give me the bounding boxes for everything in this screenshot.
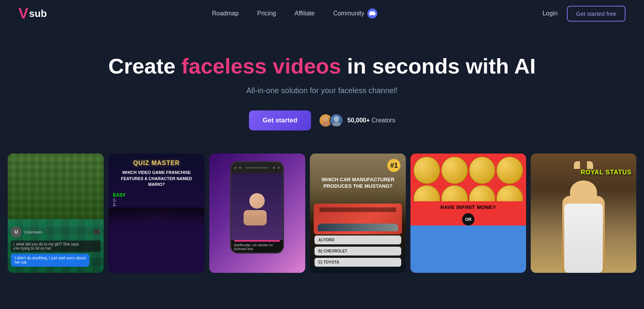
- gallery-card-cat: ROYAL STATUS: [531, 154, 636, 273]
- cat-figure: [531, 154, 636, 273]
- phone-bar-top: [245, 167, 269, 169]
- get-started-free-button[interactable]: Get started free: [567, 6, 626, 22]
- coin-4: [496, 157, 523, 184]
- car-content: #1 WHICH CAR MANUFACTURER PRODUCES THE M…: [310, 154, 406, 273]
- minecraft-top: [8, 154, 104, 219]
- or-circle: OR: [462, 213, 474, 225]
- svg-point-1: [322, 122, 330, 126]
- car-answer-b: B) CHEVROLET: [314, 247, 401, 256]
- phone-dot-3: [273, 167, 275, 169]
- avatar-group: [319, 114, 343, 127]
- nav-roadmap[interactable]: Roadmap: [212, 10, 239, 17]
- hero-title-suffix: in seconds with AI: [341, 54, 536, 78]
- coin-grid: [410, 154, 526, 201]
- creators-count: 50,000+: [347, 117, 370, 124]
- gallery-card-quiz: QUIZ MASTER WHICH VIDEO GAME FRANCHISE F…: [108, 154, 204, 273]
- creators-info: 50,000+ Creators: [319, 114, 395, 127]
- cat-dress: [564, 204, 603, 273]
- coin-8: [496, 185, 523, 201]
- discord-icon: [367, 8, 377, 18]
- gallery-card-money: HAVE INFINIT MONEY OR: [410, 154, 526, 273]
- money-or-divider: OR: [410, 213, 526, 225]
- get-started-button[interactable]: Get started: [249, 110, 311, 130]
- chat-bubble-2: I didn't do anything, I just said sorry …: [11, 254, 89, 267]
- facecam-content: Stiefbruder, Ich stocke Im Schrank fest.: [209, 154, 305, 273]
- gallery-card-minecraft: U Unknown› i, what did you do to my girl…: [8, 154, 104, 273]
- hero-section: Create faceless videos in seconds with A…: [0, 27, 644, 154]
- phone-screen: [231, 173, 283, 240]
- money-label: HAVE INFINIT MONEY: [410, 201, 526, 213]
- coin-2: [441, 157, 468, 184]
- quiz-question: WHICH VIDEO GAME FRANCHISE FEATURES A CH…: [113, 170, 200, 187]
- nav-affiliate[interactable]: Affiliate: [294, 10, 314, 17]
- phone-dot-1: [234, 167, 237, 169]
- car-answer-c: C) TOYOTA: [314, 258, 401, 267]
- video-gallery: U Unknown› i, what did you do to my girl…: [0, 154, 644, 273]
- chat-username: Unknown›: [24, 230, 43, 234]
- avatar-2: [330, 114, 343, 127]
- coin-3: [469, 157, 496, 184]
- svg-rect-4: [94, 230, 100, 234]
- nav-pricing[interactable]: Pricing: [257, 10, 276, 17]
- coin-5: [414, 185, 440, 201]
- phone-header: [231, 162, 283, 173]
- cat-body: [562, 196, 605, 273]
- cat-content: ROYAL STATUS: [531, 154, 636, 273]
- cat-ear-left: [574, 161, 580, 169]
- quiz-title: QUIZ MASTER: [113, 160, 200, 167]
- person-figure: [244, 193, 271, 220]
- nav-links: Roadmap Pricing Affiliate Community: [212, 8, 377, 18]
- navbar: V sub Roadmap Pricing Affiliate Communit…: [0, 0, 644, 27]
- phone-dot-2: [239, 167, 241, 169]
- person-head: [249, 193, 265, 209]
- quiz-background: [108, 207, 204, 273]
- phone-dot-4: [277, 167, 280, 169]
- chat-overlay: U Unknown› i, what did you do to my girl…: [11, 227, 101, 267]
- chat-bubble-1: i, what did you do to my girl? She saysu…: [11, 241, 101, 252]
- person-body: [244, 210, 267, 225]
- logo-sub: sub: [29, 8, 47, 20]
- coin-6: [441, 185, 468, 201]
- nav-community[interactable]: Community: [333, 8, 377, 18]
- car-answer-a: A) FORD: [314, 236, 401, 244]
- car-answers: A) FORD B) CHEVROLET C) TOYOTA: [314, 236, 401, 267]
- hero-subtitle: All-in-one solution for your faceless ch…: [8, 86, 636, 95]
- facecam-phone: Stiefbruder, Ich stocke Im Schrank fest.: [230, 161, 284, 254]
- coin-1: [414, 157, 440, 184]
- hero-title-highlight: faceless videos: [182, 54, 341, 78]
- community-label: Community: [333, 10, 364, 17]
- svg-point-2: [334, 116, 339, 122]
- cat-head: [570, 180, 597, 204]
- logo[interactable]: V sub: [18, 6, 47, 21]
- coin-7: [469, 185, 496, 201]
- phone-caption: Stiefbruder, Ich stocke Im Schrank fest.: [231, 242, 283, 252]
- logo-v: V: [18, 6, 28, 21]
- money-content: HAVE INFINIT MONEY OR: [410, 154, 526, 273]
- car-image: [314, 204, 402, 234]
- hero-title: Create faceless videos in seconds with A…: [8, 54, 636, 79]
- hero-title-prefix: Create: [108, 54, 182, 78]
- hero-cta: Get started 50,000+ Creat: [8, 110, 636, 130]
- money-top: [410, 154, 526, 201]
- svg-point-0: [323, 116, 328, 122]
- money-bottom: [410, 225, 526, 273]
- car-question: WHICH CAR MANUFACTURER PRODUCES THE MUST…: [314, 177, 401, 190]
- creators-text: 50,000+ Creators: [347, 117, 395, 124]
- chat-user: U Unknown›: [11, 227, 101, 237]
- svg-point-3: [333, 122, 340, 126]
- nav-actions: Login Get started free: [543, 6, 626, 22]
- gallery-card-facecam: Stiefbruder, Ich stocke Im Schrank fest.: [209, 154, 305, 273]
- gallery-card-car: #1 WHICH CAR MANUFACTURER PRODUCES THE M…: [310, 154, 406, 273]
- svg-point-5: [99, 230, 100, 232]
- cat-ear-right: [587, 161, 593, 169]
- chat-avatar: U: [11, 227, 22, 237]
- login-button[interactable]: Login: [543, 10, 558, 17]
